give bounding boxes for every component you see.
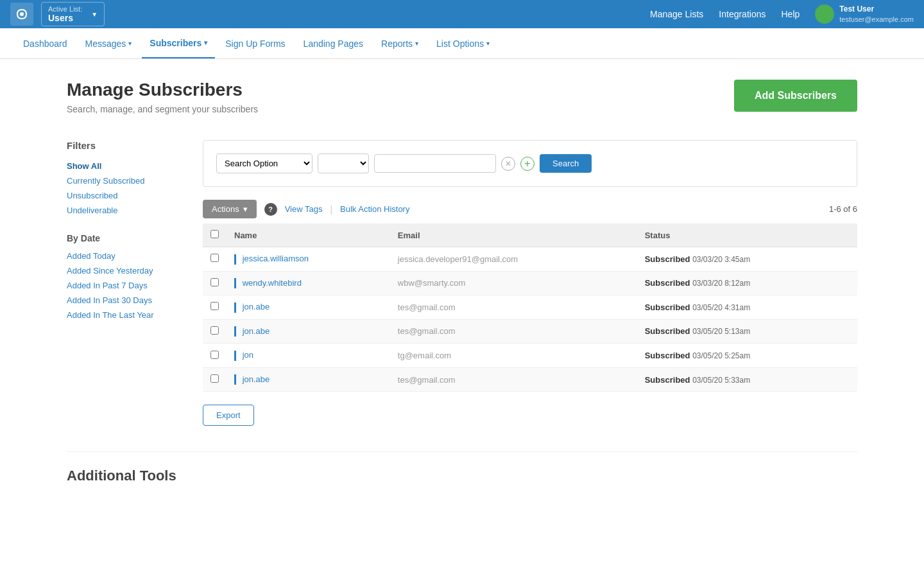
status-badge: Subscribed bbox=[645, 302, 690, 312]
avatar bbox=[815, 4, 834, 24]
manage-lists-link[interactable]: Manage Lists bbox=[650, 9, 703, 19]
export-button[interactable]: Export bbox=[203, 405, 254, 426]
filters-title: Filters bbox=[67, 140, 182, 151]
row-email-cell: jessica.developer91@gmail.com bbox=[390, 247, 637, 272]
email-column-header: Email bbox=[390, 223, 637, 247]
row-checkbox[interactable] bbox=[210, 374, 219, 383]
chevron-down-icon: ▾ bbox=[243, 204, 248, 214]
row-indicator bbox=[234, 326, 236, 337]
select-all-header bbox=[203, 223, 227, 247]
plus-icon: + bbox=[520, 157, 535, 171]
row-status-cell: Subscribed 03/05/20 5:13am bbox=[637, 319, 857, 344]
nav-signup-forms[interactable]: Sign Up Forms bbox=[218, 28, 293, 58]
subscriber-name-link[interactable]: jessica.williamson bbox=[243, 254, 309, 263]
date-filter-title: By Date bbox=[67, 233, 182, 243]
row-checkbox[interactable] bbox=[210, 351, 219, 359]
user-name: Test User bbox=[839, 4, 914, 15]
row-status-cell: Subscribed 03/05/20 5:33am bbox=[637, 367, 857, 392]
row-name-cell: jon.abe bbox=[227, 367, 390, 392]
status-badge: Subscribed bbox=[645, 278, 690, 288]
active-list-dropdown[interactable]: Active List: Users ▼ bbox=[41, 2, 105, 26]
clear-icon: ✕ bbox=[501, 157, 515, 171]
add-filter-button[interactable]: + bbox=[520, 157, 535, 171]
row-status-cell: Subscribed 03/05/20 4:31am bbox=[637, 295, 857, 320]
bulk-action-history-link[interactable]: Bulk Action History bbox=[340, 204, 409, 214]
row-name-cell: wendy.whitebird bbox=[227, 271, 390, 295]
search-option-select[interactable]: Search Option bbox=[216, 153, 312, 173]
filter-added-past-7-days[interactable]: Added In Past 7 Days bbox=[67, 278, 182, 293]
page-header: Manage Subscribers Search, manage, and s… bbox=[67, 80, 857, 114]
view-tags-link[interactable]: View Tags bbox=[285, 204, 323, 214]
row-status-cell: Subscribed 03/03/20 3:45am bbox=[637, 247, 857, 272]
select-all-checkbox[interactable] bbox=[210, 230, 219, 238]
row-indicator bbox=[234, 254, 236, 265]
name-column-header: Name bbox=[227, 223, 390, 247]
row-name-cell: jessica.williamson bbox=[227, 247, 390, 272]
user-email: testuser@example.com bbox=[839, 15, 914, 24]
nav-subscribers[interactable]: Subscribers ▾ bbox=[142, 28, 215, 58]
help-icon[interactable]: ? bbox=[264, 203, 277, 216]
add-subscribers-button[interactable]: Add Subscribers bbox=[734, 80, 857, 112]
clear-search-button[interactable]: ✕ bbox=[501, 157, 515, 171]
date-filters: By Date Added Today Added Since Yesterda… bbox=[67, 233, 182, 322]
filter-currently-subscribed[interactable]: Currently Subscribed bbox=[67, 173, 182, 188]
actions-button[interactable]: Actions ▾ bbox=[203, 200, 257, 218]
row-checkbox[interactable] bbox=[210, 326, 219, 335]
table-row: jessica.williamson jessica.developer91@g… bbox=[203, 247, 857, 272]
status-badge: Subscribed bbox=[645, 351, 690, 360]
subscriber-email: tes@gmail.com bbox=[398, 375, 456, 385]
table-row: wendy.whitebird wbw@smarty.com Subscribe… bbox=[203, 271, 857, 295]
row-checkbox[interactable] bbox=[210, 278, 219, 286]
row-email-cell: tes@gmail.com bbox=[390, 295, 637, 320]
results-count: 1-6 of 6 bbox=[829, 204, 857, 214]
row-checkbox-cell bbox=[203, 367, 227, 392]
row-email-cell: wbw@smarty.com bbox=[390, 271, 637, 295]
page-heading: Manage Subscribers Search, manage, and s… bbox=[67, 80, 258, 114]
status-date: 03/03/20 3:45am bbox=[692, 255, 750, 264]
row-indicator bbox=[234, 278, 236, 288]
row-checkbox-cell bbox=[203, 271, 227, 295]
help-link[interactable]: Help bbox=[781, 9, 800, 19]
nav-landing-pages[interactable]: Landing Pages bbox=[296, 28, 371, 58]
filter-added-past-30-days[interactable]: Added In Past 30 Days bbox=[67, 293, 182, 308]
filter-added-last-year[interactable]: Added In The Last Year bbox=[67, 308, 182, 322]
actions-bar: Actions ▾ ? View Tags | Bulk Action Hist… bbox=[203, 200, 857, 218]
row-name-cell: jon bbox=[227, 344, 390, 368]
search-button[interactable]: Search bbox=[540, 154, 592, 173]
status-badge: Subscribed bbox=[645, 326, 690, 336]
filter-added-since-yesterday[interactable]: Added Since Yesterday bbox=[67, 263, 182, 278]
status-column-header: Status bbox=[637, 223, 857, 247]
status-date: 03/03/20 8:12am bbox=[692, 279, 750, 288]
row-checkbox[interactable] bbox=[210, 302, 219, 310]
nav-dashboard[interactable]: Dashboard bbox=[15, 28, 75, 58]
user-block[interactable]: Test User testuser@example.com bbox=[815, 4, 914, 24]
status-date: 03/05/20 5:33am bbox=[692, 376, 750, 385]
search-input[interactable] bbox=[374, 154, 496, 173]
filter-show-all[interactable]: Show All bbox=[67, 159, 182, 173]
logo[interactable] bbox=[10, 3, 33, 26]
nav-list-options[interactable]: List Options ▾ bbox=[429, 28, 497, 58]
subscriber-name-link[interactable]: jon.abe bbox=[243, 374, 270, 384]
row-status-cell: Subscribed 03/03/20 8:12am bbox=[637, 271, 857, 295]
subscriber-name-link[interactable]: jon.abe bbox=[243, 326, 270, 336]
row-indicator bbox=[234, 374, 236, 385]
search-modifier-select[interactable] bbox=[318, 153, 369, 173]
secondary-nav: Dashboard Messages ▾ Subscribers ▾ Sign … bbox=[0, 28, 924, 59]
nav-messages[interactable]: Messages ▾ bbox=[78, 28, 140, 58]
additional-tools-title: Additional Tools bbox=[67, 468, 857, 484]
footer-section: Additional Tools bbox=[67, 451, 857, 484]
status-date: 03/05/20 5:25am bbox=[692, 351, 750, 360]
subscriber-name-link[interactable]: jon bbox=[243, 350, 253, 360]
subscriber-name-link[interactable]: wendy.whitebird bbox=[243, 278, 302, 288]
filter-added-today[interactable]: Added Today bbox=[67, 249, 182, 263]
row-email-cell: tes@gmail.com bbox=[390, 319, 637, 344]
chevron-down-icon: ▾ bbox=[128, 40, 132, 47]
integrations-link[interactable]: Integrations bbox=[719, 9, 766, 19]
chevron-down-icon: ▾ bbox=[204, 39, 207, 46]
row-checkbox[interactable] bbox=[210, 254, 219, 262]
top-bar: Active List: Users ▼ Manage Lists Integr… bbox=[0, 0, 924, 28]
filter-unsubscribed[interactable]: Unsubscribed bbox=[67, 188, 182, 203]
nav-reports[interactable]: Reports ▾ bbox=[373, 28, 426, 58]
filter-undeliverable[interactable]: Undeliverable bbox=[67, 203, 182, 218]
subscriber-name-link[interactable]: jon.abe bbox=[243, 302, 270, 311]
